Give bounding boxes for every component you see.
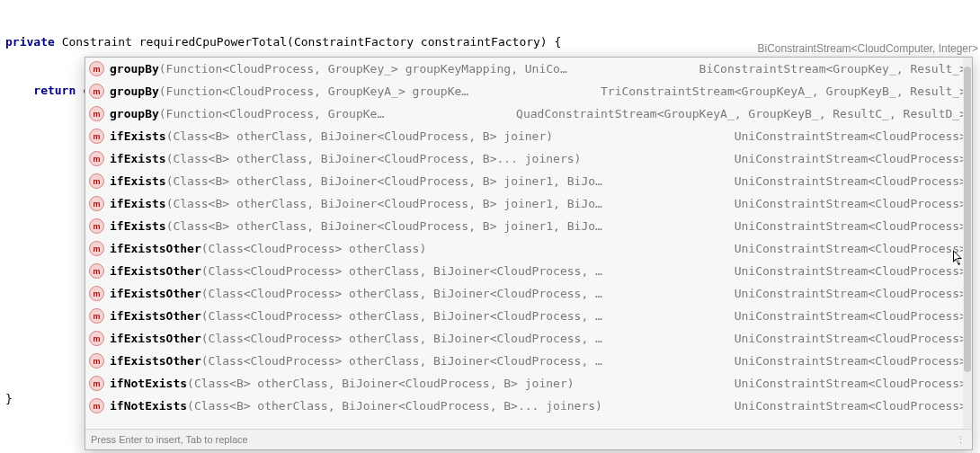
completion-return-type: TriConstraintStream<GroupKeyA_, GroupKey… bbox=[601, 84, 967, 98]
inline-type-hint-right: BiConstraintStream<CloudComputer, Intege… bbox=[758, 40, 978, 57]
completion-item[interactable]: mifExists(Class<B> otherClass, BiJoiner<… bbox=[85, 125, 972, 147]
completion-item[interactable]: mifExistsOther(Class<CloudProcess> other… bbox=[85, 260, 972, 282]
completion-name: ifExistsOther bbox=[110, 264, 201, 278]
completion-params: (Class<CloudProcess> otherClass, BiJoine… bbox=[201, 354, 602, 368]
completion-params: (Class<B> otherClass, BiJoiner<CloudProc… bbox=[187, 399, 602, 413]
method-icon: m bbox=[89, 61, 104, 76]
completion-signature: ifExistsOther(Class<CloudProcess> otherC… bbox=[110, 264, 602, 278]
method-params: (ConstraintFactory constraintFactory) { bbox=[287, 35, 561, 49]
completion-return-type: UniConstraintStream<CloudProcess> bbox=[735, 219, 967, 233]
completion-item[interactable]: mgroupBy(Function<CloudProcess, GroupKe…… bbox=[85, 102, 972, 125]
completion-signature: ifExistsOther(Class<CloudProcess> otherC… bbox=[110, 287, 602, 300]
completion-return-type: UniConstraintStream<CloudProcess> bbox=[735, 332, 967, 345]
completion-item[interactable]: mgroupBy(Function<CloudProcess, GroupKey… bbox=[85, 80, 972, 102]
completion-item[interactable]: mifExistsOther(Class<CloudProcess> other… bbox=[85, 327, 972, 350]
completion-return-type: UniConstraintStream<CloudProcess> bbox=[735, 377, 967, 390]
method-icon: m bbox=[89, 84, 104, 99]
completion-return-type: UniConstraintStream<CloudProcess> bbox=[735, 264, 967, 278]
completion-params: (Function<CloudProcess, GroupKeyA_> grou… bbox=[159, 84, 468, 98]
completion-item[interactable]: mifNotExists(Class<B> otherClass, BiJoin… bbox=[85, 395, 972, 417]
completion-name: ifExists bbox=[110, 197, 166, 210]
completion-params: (Class<B> otherClass, BiJoiner<CloudProc… bbox=[166, 197, 602, 210]
completion-name: groupBy bbox=[110, 84, 159, 98]
scrollbar-thumb[interactable] bbox=[964, 67, 971, 372]
method-icon: m bbox=[89, 398, 104, 413]
completion-return-type: QuadConstraintStream<GroupKeyA_, GroupKe… bbox=[516, 107, 967, 120]
completion-name: groupBy bbox=[110, 107, 159, 120]
method-icon: m bbox=[89, 196, 104, 211]
keyword-private: private bbox=[5, 35, 55, 49]
completion-signature: ifExists(Class<B> otherClass, BiJoiner<C… bbox=[110, 152, 581, 165]
completion-name: ifNotExists bbox=[110, 399, 187, 413]
brace-close: } bbox=[5, 392, 13, 405]
completion-return-type: UniConstraintStream<CloudProcess> bbox=[735, 354, 967, 368]
method-icon: m bbox=[89, 286, 104, 301]
keyword-return: return bbox=[33, 84, 76, 97]
completion-signature: ifExists(Class<B> otherClass, BiJoiner<C… bbox=[110, 197, 602, 210]
completion-return-type: UniConstraintStream<CloudProcess> bbox=[735, 174, 967, 188]
method-icon: m bbox=[89, 376, 104, 391]
completion-item[interactable]: mifExists(Class<B> otherClass, BiJoiner<… bbox=[85, 147, 972, 170]
code-completion-popup[interactable]: mgroupBy(Function<CloudProcess, GroupKey… bbox=[85, 57, 973, 450]
completion-name: ifExists bbox=[110, 219, 166, 233]
completion-signature: ifNotExists(Class<B> otherClass, BiJoine… bbox=[110, 377, 575, 390]
completion-item[interactable]: mgroupBy(Function<CloudProcess, GroupKey… bbox=[85, 58, 972, 80]
method-icon: m bbox=[89, 308, 104, 324]
completion-item[interactable]: mifExists(Class<B> otherClass, BiJoiner<… bbox=[85, 170, 972, 192]
completion-name: ifExists bbox=[110, 174, 166, 188]
completion-params: (Class<CloudProcess> otherClass, BiJoine… bbox=[201, 332, 602, 345]
footer-hint: Press Enter to insert, Tab to replace bbox=[91, 434, 248, 445]
return-type: Constraint bbox=[62, 35, 132, 49]
completion-return-type: UniConstraintStream<CloudProcess> bbox=[735, 129, 967, 143]
method-icon: m bbox=[89, 241, 104, 256]
completion-list[interactable]: mgroupBy(Function<CloudProcess, GroupKey… bbox=[85, 58, 972, 429]
completion-signature: ifExists(Class<B> otherClass, BiJoiner<C… bbox=[110, 129, 553, 143]
completion-params: (Class<B> otherClass, BiJoiner<CloudProc… bbox=[166, 174, 602, 188]
method-icon: m bbox=[89, 173, 104, 189]
completion-name: ifNotExists bbox=[110, 377, 187, 390]
completion-return-type: UniConstraintStream<CloudProcess> bbox=[735, 152, 967, 165]
completion-params: (Function<CloudProcess, GroupKe… bbox=[159, 107, 384, 120]
completion-signature: ifExists(Class<B> otherClass, BiJoiner<C… bbox=[110, 219, 602, 233]
completion-item[interactable]: mifExists(Class<B> otherClass, BiJoiner<… bbox=[85, 215, 972, 237]
method-icon: m bbox=[89, 218, 104, 234]
completion-return-type: UniConstraintStream<CloudProcess> bbox=[735, 242, 967, 255]
completion-signature: ifExistsOther(Class<CloudProcess> otherC… bbox=[110, 332, 602, 345]
method-icon: m bbox=[89, 263, 104, 279]
completion-name: ifExistsOther bbox=[110, 354, 201, 368]
completion-params: (Class<CloudProcess> otherClass, BiJoine… bbox=[201, 309, 602, 323]
method-icon: m bbox=[89, 106, 104, 121]
method-icon: m bbox=[89, 129, 104, 144]
completion-params: (Class<B> otherClass, BiJoiner<CloudProc… bbox=[166, 219, 602, 233]
completion-params: (Class<B> otherClass, BiJoiner<CloudProc… bbox=[187, 377, 574, 390]
completion-footer: Press Enter to insert, Tab to replace ⋮ bbox=[85, 429, 972, 449]
completion-return-type: BiConstraintStream<GroupKey_, Result_> bbox=[699, 62, 967, 76]
completion-return-type: UniConstraintStream<CloudProcess> bbox=[735, 399, 967, 413]
completion-params: (Class<B> otherClass, BiJoiner<CloudProc… bbox=[166, 152, 582, 165]
completion-name: ifExistsOther bbox=[110, 287, 201, 300]
method-icon: m bbox=[89, 151, 104, 166]
completion-item[interactable]: mifExistsOther(Class<CloudProcess> other… bbox=[85, 350, 972, 372]
completion-item[interactable]: mifExists(Class<B> otherClass, BiJoiner<… bbox=[85, 192, 972, 215]
completion-params: (Class<CloudProcess> otherClass) bbox=[201, 242, 426, 255]
completion-name: ifExistsOther bbox=[110, 309, 201, 323]
completion-signature: groupBy(Function<CloudProcess, GroupKe… bbox=[110, 107, 384, 120]
completion-params: (Class<CloudProcess> otherClass, BiJoine… bbox=[201, 287, 602, 300]
completion-params: (Class<CloudProcess> otherClass, BiJoine… bbox=[201, 264, 602, 278]
completion-signature: ifExistsOther(Class<CloudProcess> otherC… bbox=[110, 354, 602, 368]
completion-name: groupBy bbox=[110, 62, 159, 76]
completion-name: ifExistsOther bbox=[110, 332, 201, 345]
completion-item[interactable]: mifExistsOther(Class<CloudProcess> other… bbox=[85, 305, 972, 327]
completion-signature: ifExistsOther(Class<CloudProcess> otherC… bbox=[110, 309, 602, 323]
completion-name: ifExists bbox=[110, 129, 166, 143]
method-icon: m bbox=[89, 353, 104, 369]
method-icon: m bbox=[89, 331, 104, 346]
completion-item[interactable]: mifExistsOther(Class<CloudProcess> other… bbox=[85, 237, 972, 260]
completion-signature: ifExistsOther(Class<CloudProcess> otherC… bbox=[110, 242, 426, 255]
completion-item[interactable]: mifNotExists(Class<B> otherClass, BiJoin… bbox=[85, 372, 972, 395]
footer-menu-icon[interactable]: ⋮ bbox=[956, 434, 967, 446]
completion-item[interactable]: mifExistsOther(Class<CloudProcess> other… bbox=[85, 282, 972, 305]
completion-return-type: UniConstraintStream<CloudProcess> bbox=[735, 309, 967, 323]
completion-scrollbar[interactable] bbox=[963, 58, 972, 429]
completion-signature: groupBy(Function<CloudProcess, GroupKeyA… bbox=[110, 84, 468, 98]
